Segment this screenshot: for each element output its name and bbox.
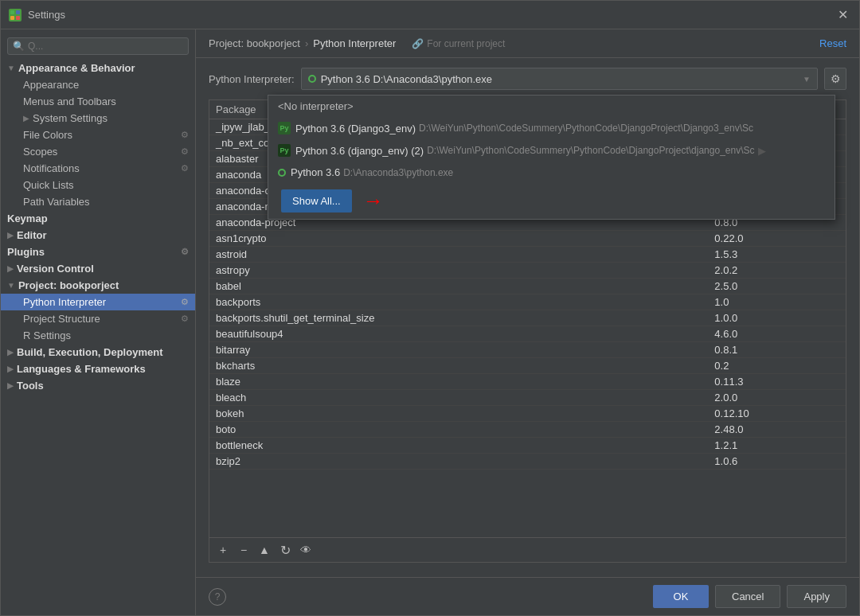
package-name: blaze: [209, 374, 708, 390]
table-toolbar: + − ▲ ↻ 👁: [209, 538, 846, 563]
package-version: 2.0.0: [708, 390, 846, 406]
package-version: 0.12.10: [708, 406, 846, 422]
dropdown-path: D:\WeiYun\Python\CodeSummery\PythonCode\…: [419, 123, 753, 134]
svg-rect-2: [10, 16, 14, 20]
interpreter-value: Python 3.6 D:\Anaconda3\python.exe: [321, 73, 492, 85]
sidebar-item-label: Version Control: [17, 263, 94, 275]
expand-icon: ▶: [7, 381, 14, 390]
django3-icon: Py: [278, 122, 291, 135]
sidebar-item-keymap[interactable]: Keymap: [1, 210, 195, 227]
table-row[interactable]: bkcharts0.2: [209, 358, 846, 374]
table-row[interactable]: asn1crypto0.22.0: [209, 231, 846, 247]
table-row[interactable]: bitarray0.8.1: [209, 342, 846, 358]
package-version: 0.22.0: [708, 231, 846, 247]
sidebar-item-label: File Colors: [23, 129, 72, 141]
main-content: 🔍 ▼ Appearance & Behavior Appearance Men…: [1, 29, 859, 615]
sidebar-item-project-bookporject[interactable]: ▼ Project: bookporject: [1, 277, 195, 294]
help-button[interactable]: ?: [209, 588, 226, 606]
table-row[interactable]: bottleneck1.2.1: [209, 438, 846, 454]
sidebar-item-path-variables[interactable]: Path Variables: [1, 193, 195, 210]
table-row[interactable]: babel2.5.0: [209, 279, 846, 294]
panel-header: Project: bookporject › Python Interprete…: [196, 29, 859, 58]
table-row[interactable]: blaze0.11.3: [209, 374, 846, 390]
package-version: 1.0.6: [708, 454, 846, 470]
sidebar-item-version-control[interactable]: ▶ Version Control: [1, 260, 195, 277]
sidebar-item-label: System Settings: [33, 112, 108, 124]
table-row[interactable]: bzip21.0.6: [209, 454, 846, 470]
close-button[interactable]: ✕: [835, 4, 851, 25]
sidebar-item-appearance[interactable]: Appearance: [1, 76, 195, 93]
dropdown-item-no-interpreter[interactable]: <No interpreter>: [268, 96, 835, 117]
sidebar-item-label: Python Interpreter: [23, 296, 106, 308]
breadcrumb: Project: bookporject › Python Interprete…: [209, 37, 505, 49]
remove-package-button[interactable]: −: [235, 541, 252, 559]
sidebar-item-tools[interactable]: ▶ Tools: [1, 377, 195, 394]
sidebar-item-editor[interactable]: ▶ Editor: [1, 227, 195, 244]
sidebar-item-notifications[interactable]: Notifications ⚙: [1, 160, 195, 177]
package-name: backports: [209, 294, 708, 310]
interpreter-dropdown[interactable]: Python 3.6 D:\Anaconda3\python.exe ▼: [301, 68, 818, 90]
ok-button[interactable]: OK: [653, 585, 709, 608]
settings-dialog: Settings ✕ 🔍 ▼ Appearance & Behavior App…: [0, 0, 860, 616]
search-input[interactable]: [28, 41, 183, 52]
dropdown-item-django-env2[interactable]: Py Python 3.6 (django_env) (2) D:\WeiYun…: [268, 139, 835, 162]
svg-rect-3: [16, 16, 20, 20]
breadcrumb-project: Project: bookporject: [209, 37, 300, 49]
breadcrumb-separator: ›: [305, 37, 308, 49]
sidebar-item-system-settings[interactable]: ▶ System Settings: [1, 110, 195, 127]
dropdown-item-django3[interactable]: Py Python 3.6 (Django3_env) D:\WeiYun\Py…: [268, 117, 835, 139]
add-package-button[interactable]: +: [214, 541, 232, 559]
sidebar-item-project-structure[interactable]: Project Structure ⚙: [1, 310, 195, 327]
sidebar-item-languages-frameworks[interactable]: ▶ Languages & Frameworks: [1, 361, 195, 377]
table-row[interactable]: bleach2.0.0: [209, 390, 846, 406]
search-box[interactable]: 🔍: [7, 37, 189, 55]
sidebar-item-menus-toolbars[interactable]: Menus and Toolbars: [1, 93, 195, 110]
breadcrumb-interpreter: Python Interpreter: [313, 37, 396, 49]
sidebar-item-r-settings[interactable]: R Settings: [1, 327, 195, 344]
reload-button[interactable]: ↻: [276, 541, 294, 559]
dropdown-item-python36[interactable]: Python 3.6 D:\Anaconda3\python.exe: [268, 162, 835, 183]
sidebar-item-label: Project: bookporject: [18, 279, 119, 291]
settings-icon: ⚙: [181, 130, 189, 140]
package-name: bitarray: [209, 342, 708, 358]
package-version: 0.8.1: [708, 342, 846, 358]
sidebar-item-python-interpreter[interactable]: Python Interpreter ⚙: [1, 294, 195, 310]
dropdown-arrow: ▼: [803, 75, 811, 84]
sidebar: 🔍 ▼ Appearance & Behavior Appearance Men…: [1, 29, 196, 615]
expand-icon: ▼: [7, 281, 15, 290]
package-name: beautifulsoup4: [209, 326, 708, 342]
eye-button[interactable]: 👁: [297, 541, 315, 559]
help-icon: ?: [215, 591, 221, 602]
dropdown-path: D:\WeiYun\Python\CodeSummery\PythonCode\…: [427, 145, 754, 156]
table-row[interactable]: boto2.48.0: [209, 422, 846, 438]
table-row[interactable]: backports1.0: [209, 294, 846, 310]
interpreter-settings-gear[interactable]: ⚙: [824, 68, 846, 90]
package-name: boto: [209, 422, 708, 438]
cancel-button[interactable]: Cancel: [715, 585, 780, 608]
table-row[interactable]: backports.shutil_get_terminal_size1.0.0: [209, 310, 846, 326]
sidebar-item-label: Languages & Frameworks: [17, 363, 146, 375]
table-row[interactable]: bokeh0.12.10: [209, 406, 846, 422]
sidebar-item-label: Tools: [17, 380, 44, 392]
show-all-button[interactable]: Show All...: [281, 189, 352, 212]
up-button[interactable]: ▲: [256, 541, 273, 559]
expand-icon: ▶: [7, 231, 14, 240]
table-row[interactable]: astropy2.0.2: [209, 263, 846, 279]
apply-button[interactable]: Apply: [787, 585, 846, 608]
reset-button[interactable]: Reset: [819, 37, 846, 49]
table-row[interactable]: astroid1.5.3: [209, 247, 846, 263]
bottom-buttons: OK Cancel Apply: [653, 585, 846, 608]
dialog-title: Settings: [28, 9, 835, 21]
sidebar-item-build-execution[interactable]: ▶ Build, Execution, Deployment: [1, 344, 195, 361]
sidebar-item-label: Editor: [17, 229, 47, 241]
title-bar: Settings ✕: [1, 1, 859, 29]
sidebar-item-plugins[interactable]: Plugins ⚙: [1, 244, 195, 260]
package-version: 1.5.3: [708, 247, 846, 263]
table-row[interactable]: beautifulsoup44.6.0: [209, 326, 846, 342]
package-name: bottleneck: [209, 438, 708, 454]
sidebar-item-quick-lists[interactable]: Quick Lists: [1, 177, 195, 193]
sidebar-item-appearance-behavior[interactable]: ▼ Appearance & Behavior: [1, 60, 195, 76]
green-ring-icon: [308, 75, 316, 83]
sidebar-item-file-colors[interactable]: File Colors ⚙: [1, 127, 195, 143]
sidebar-item-scopes[interactable]: Scopes ⚙: [1, 143, 195, 160]
